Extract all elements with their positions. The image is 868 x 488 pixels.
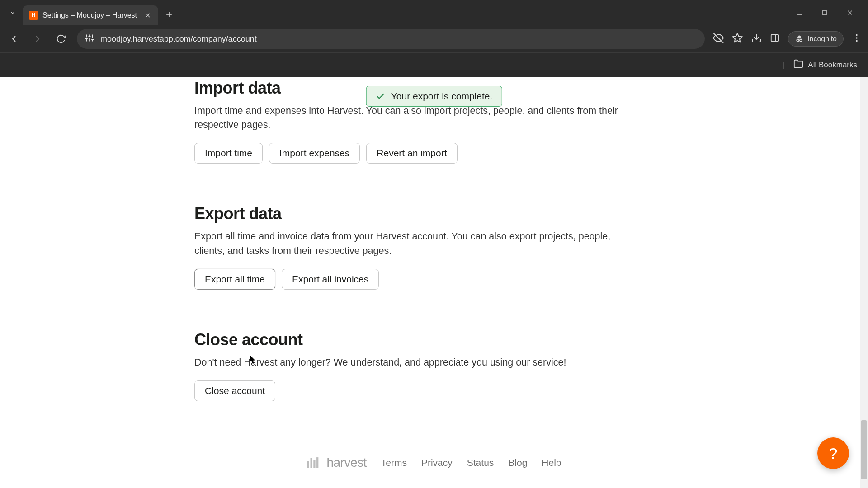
scrollbar-track[interactable]	[860, 77, 868, 488]
window-controls	[792, 5, 864, 20]
tab-search-dropdown[interactable]	[6, 6, 19, 19]
folder-icon	[793, 59, 803, 71]
export-all-time-button[interactable]: Export all time	[194, 269, 275, 290]
close-account-section: Close account Don't need Harvest any lon…	[194, 330, 674, 401]
svg-point-22	[797, 39, 799, 42]
close-tab-icon[interactable]	[144, 11, 152, 19]
forward-button[interactable]	[30, 31, 45, 47]
svg-rect-29	[311, 458, 312, 468]
import-expenses-button[interactable]: Import expenses	[269, 143, 360, 164]
site-settings-icon[interactable]	[85, 33, 94, 45]
close-heading: Close account	[194, 330, 674, 349]
bookmarks-bar: | All Bookmarks	[0, 52, 868, 77]
footer-privacy-link[interactable]: Privacy	[421, 457, 453, 468]
tab-title: Settings – Moodjoy – Harvest	[42, 11, 139, 19]
footer-blog-link[interactable]: Blog	[508, 457, 527, 468]
export-complete-toast: Your export is complete.	[366, 86, 502, 107]
export-data-section: Export data Export all time and invoice …	[194, 204, 674, 289]
all-bookmarks-link[interactable]: All Bookmarks	[808, 61, 857, 70]
harvest-logo-icon	[307, 456, 322, 469]
browser-chrome: H Settings – Moodjoy – Harvest	[0, 0, 868, 77]
footer-status-link[interactable]: Status	[467, 457, 494, 468]
bookmarks-separator: |	[783, 61, 784, 70]
svg-rect-28	[307, 461, 309, 468]
harvest-logo: harvest	[307, 455, 366, 470]
svg-rect-20	[771, 35, 779, 42]
browser-tab[interactable]: H Settings – Moodjoy – Harvest	[23, 5, 158, 25]
downloads-icon[interactable]	[751, 33, 762, 45]
export-description: Export all time and invoice data from yo…	[194, 230, 637, 258]
scrollbar-thumb[interactable]	[861, 420, 867, 479]
page-viewport: Your export is complete. Import data Imp…	[0, 77, 868, 488]
help-fab-label: ?	[829, 445, 838, 462]
close-window-icon[interactable]	[843, 5, 857, 20]
tab-favicon-icon: H	[29, 11, 38, 20]
minimize-window-icon[interactable]	[792, 5, 807, 20]
harvest-logo-text: harvest	[326, 455, 366, 470]
close-description: Don't need Harvest any longer? We unders…	[194, 356, 637, 370]
svg-point-27	[856, 40, 858, 42]
svg-point-25	[856, 34, 858, 36]
reload-button[interactable]	[53, 31, 69, 47]
address-bar[interactable]: moodjoy.harvestapp.com/company/account	[77, 29, 705, 49]
back-button[interactable]	[6, 31, 22, 47]
maximize-window-icon[interactable]	[817, 5, 832, 20]
revert-import-button[interactable]: Revert an import	[366, 143, 457, 164]
import-time-button[interactable]: Import time	[194, 143, 263, 164]
eye-off-icon[interactable]	[713, 33, 724, 45]
export-buttons: Export all time Export all invoices	[194, 269, 674, 290]
close-account-button[interactable]: Close account	[194, 380, 275, 401]
settings-content: Import data Import time and expenses int…	[194, 77, 674, 488]
checkmark-icon	[376, 91, 386, 101]
tab-strip: H Settings – Moodjoy – Harvest	[0, 0, 868, 25]
new-tab-button[interactable]	[162, 7, 176, 22]
incognito-label: Incognito	[807, 35, 837, 43]
svg-point-23	[800, 39, 802, 42]
page-footer: harvest Terms Privacy Status Blog Help	[194, 455, 674, 488]
import-buttons: Import time Import expenses Revert an im…	[194, 143, 674, 164]
svg-rect-31	[317, 457, 319, 468]
svg-marker-18	[733, 33, 742, 42]
address-bar-row: moodjoy.harvestapp.com/company/account I…	[0, 25, 868, 52]
side-panel-icon[interactable]	[770, 33, 780, 45]
toast-message: Your export is complete.	[391, 91, 493, 102]
footer-terms-link[interactable]: Terms	[381, 457, 407, 468]
export-heading: Export data	[194, 204, 674, 223]
svg-point-26	[856, 37, 858, 39]
url-text: moodjoy.harvestapp.com/company/account	[100, 34, 697, 44]
footer-help-link[interactable]: Help	[542, 457, 561, 468]
export-all-invoices-button[interactable]: Export all invoices	[282, 269, 379, 290]
toolbar-right: Incognito	[713, 31, 862, 47]
browser-menu-icon[interactable]	[852, 33, 862, 45]
incognito-badge[interactable]: Incognito	[788, 31, 844, 47]
import-description: Import time and expenses into Harvest. Y…	[194, 104, 637, 132]
bookmark-star-icon[interactable]	[732, 33, 743, 45]
help-fab-button[interactable]: ?	[817, 437, 849, 469]
svg-rect-30	[314, 460, 316, 468]
close-buttons: Close account	[194, 380, 674, 401]
svg-rect-5	[822, 10, 826, 14]
